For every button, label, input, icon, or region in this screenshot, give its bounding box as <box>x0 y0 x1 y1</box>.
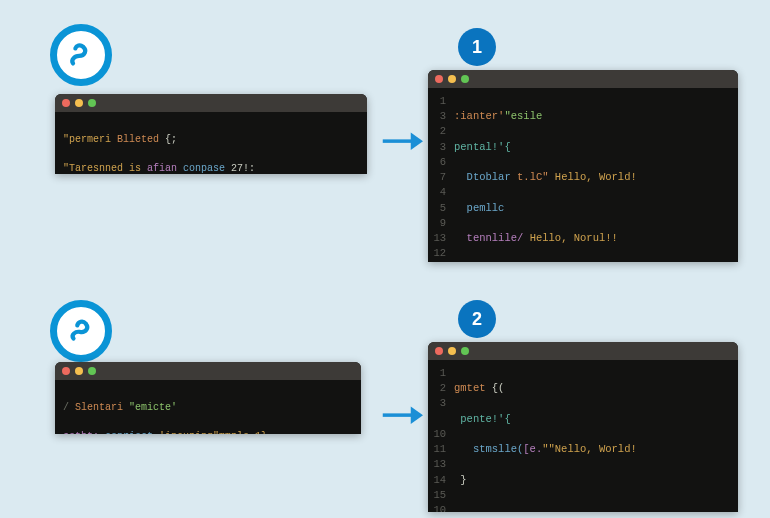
curl-icon <box>66 40 96 70</box>
step-number-2: 2 <box>458 300 496 338</box>
step-2-section: 2 / Slentari "emicte' setbt; conriect 'i… <box>0 300 770 518</box>
close-icon[interactable] <box>62 99 70 107</box>
editor-titlebar <box>428 70 738 88</box>
close-icon[interactable] <box>62 367 70 375</box>
minimize-icon[interactable] <box>448 75 456 83</box>
editor-output-2: 123 101113141510 gmtet {( pente!'{ stmsl… <box>428 342 738 512</box>
svg-marker-2 <box>411 132 423 150</box>
editor-input-1: "permeri Blleted {; "Taresnned is afian … <box>55 94 367 174</box>
editor-body: 132367459131211 :ianter'"esile pental!'{… <box>428 88 738 262</box>
arrow-icon <box>381 402 423 428</box>
line-gutter: 132367459131211 <box>428 94 454 262</box>
svg-marker-5 <box>411 406 423 424</box>
zoom-icon[interactable] <box>88 367 96 375</box>
arrow-icon <box>381 128 423 154</box>
curl-icon <box>66 316 96 346</box>
line-gutter: 123 101113141510 <box>428 366 454 512</box>
zoom-icon[interactable] <box>461 347 469 355</box>
editor-titlebar <box>428 342 738 360</box>
minimize-icon[interactable] <box>75 367 83 375</box>
editor-body: / Slentari "emicte' setbt; conriect 'inc… <box>55 380 361 434</box>
zoom-icon[interactable] <box>461 75 469 83</box>
snake-icon-badge <box>50 300 112 362</box>
step-1-section: 1 "permeri Blleted {; "Taresnned is afia… <box>0 18 770 258</box>
editor-output-1: 132367459131211 :ianter'"esile pental!'{… <box>428 70 738 262</box>
svg-point-0 <box>81 45 85 49</box>
close-icon[interactable] <box>435 75 443 83</box>
editor-body: 123 101113141510 gmtet {( pente!'{ stmsl… <box>428 360 738 512</box>
zoom-icon[interactable] <box>88 99 96 107</box>
editor-body: "permeri Blleted {; "Taresnned is afian … <box>55 112 367 174</box>
editor-input-2: / Slentari "emicte' setbt; conriect 'inc… <box>55 362 361 434</box>
close-icon[interactable] <box>435 347 443 355</box>
editor-titlebar <box>55 94 367 112</box>
minimize-icon[interactable] <box>448 347 456 355</box>
snake-icon-badge <box>50 24 112 86</box>
step-number-1: 1 <box>458 28 496 66</box>
minimize-icon[interactable] <box>75 99 83 107</box>
editor-titlebar <box>55 362 361 380</box>
svg-point-3 <box>84 322 88 326</box>
